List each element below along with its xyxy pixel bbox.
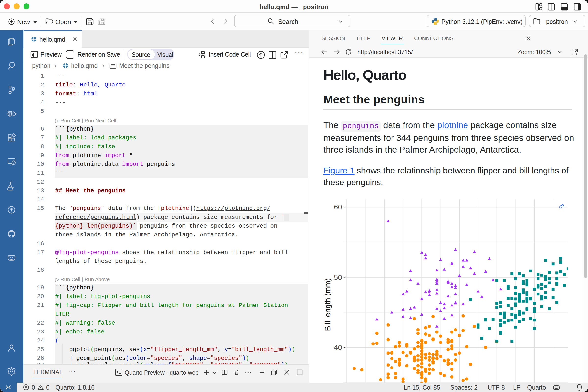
svg-text:50: 50 bbox=[334, 273, 342, 281]
svg-text:Bill length (mm): Bill length (mm) bbox=[324, 278, 332, 331]
svg-text:40: 40 bbox=[334, 343, 342, 351]
svg-text:60: 60 bbox=[334, 203, 342, 211]
